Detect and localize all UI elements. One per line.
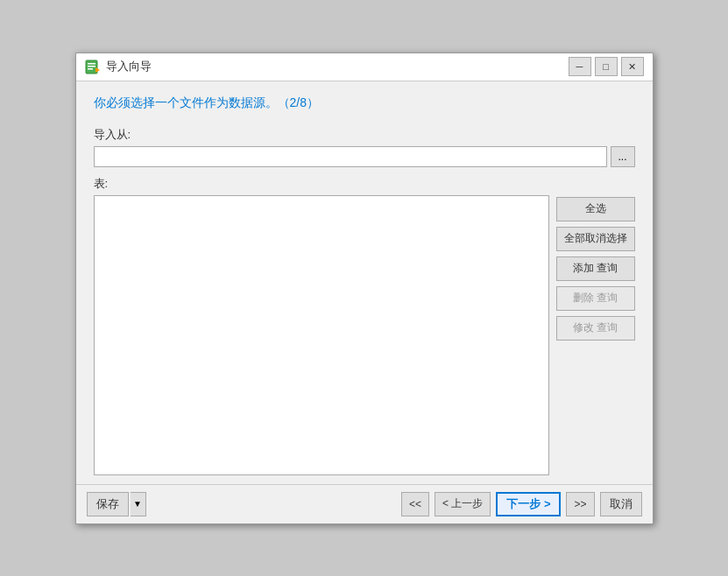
- import-from-row: ...: [94, 146, 635, 167]
- dialog-content: 你必须选择一个文件作为数据源。（2/8） 导入从: ... 表: 全选 全部取消…: [76, 81, 653, 484]
- table-buttons: 全选 全部取消选择 添加 查询 删除 查询 修改 查询: [556, 176, 635, 475]
- dialog-window: 导入向导 ─ □ ✕ 你必须选择一个文件作为数据源。（2/8） 导入从: ...…: [75, 53, 654, 524]
- footer-right: << < 上一步 下一步 > >> 取消: [401, 492, 642, 516]
- step-title: 你必须选择一个文件作为数据源。（2/8）: [94, 95, 635, 111]
- table-listbox[interactable]: [94, 195, 549, 475]
- title-bar-controls: ─ □ ✕: [569, 57, 644, 76]
- window-title: 导入向导: [106, 59, 152, 74]
- minimize-button[interactable]: ─: [569, 57, 591, 76]
- close-button[interactable]: ✕: [621, 57, 644, 76]
- svg-rect-3: [88, 68, 93, 70]
- maximize-button[interactable]: □: [595, 57, 618, 76]
- title-bar: 导入向导 ─ □ ✕: [76, 53, 653, 81]
- import-wizard-icon: [85, 59, 101, 74]
- table-section: 表: 全选 全部取消选择 添加 查询 删除 查询 修改 查询: [94, 176, 635, 475]
- prev-button[interactable]: < 上一步: [435, 492, 491, 516]
- import-from-group: 导入从: ...: [94, 127, 635, 167]
- browse-button[interactable]: ...: [611, 146, 635, 167]
- select-all-button[interactable]: 全选: [556, 197, 635, 221]
- deselect-all-button[interactable]: 全部取消选择: [556, 227, 635, 251]
- next-button[interactable]: 下一步 >: [496, 492, 561, 516]
- import-from-label: 导入从:: [94, 127, 635, 143]
- footer-left: 保存 ▼: [87, 492, 146, 516]
- last-button[interactable]: >>: [566, 492, 594, 516]
- save-dropdown-button[interactable]: ▼: [131, 492, 146, 516]
- save-button[interactable]: 保存: [87, 492, 129, 516]
- dialog-footer: 保存 ▼ << < 上一步 下一步 > >> 取消: [76, 484, 653, 523]
- table-left: 表:: [94, 176, 549, 475]
- title-bar-left: 导入向导: [85, 59, 152, 74]
- modify-query-button[interactable]: 修改 查询: [556, 316, 635, 341]
- delete-query-button[interactable]: 删除 查询: [556, 286, 635, 311]
- cancel-button[interactable]: 取消: [600, 492, 642, 516]
- svg-rect-2: [88, 66, 95, 67]
- add-query-button[interactable]: 添加 查询: [556, 256, 635, 281]
- table-label: 表:: [94, 176, 549, 192]
- import-from-input[interactable]: [94, 146, 607, 167]
- svg-rect-1: [88, 63, 95, 65]
- first-button[interactable]: <<: [401, 492, 429, 516]
